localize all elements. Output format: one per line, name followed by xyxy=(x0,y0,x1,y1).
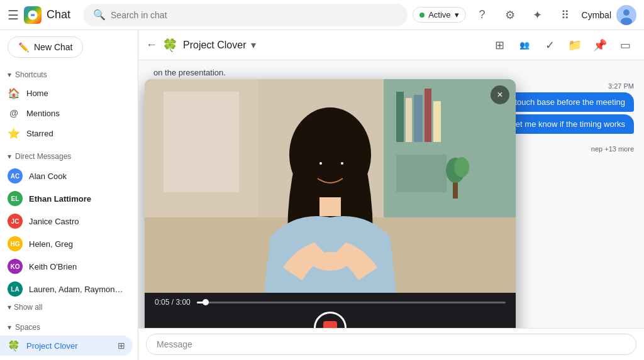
alan-avatar: AC xyxy=(8,168,23,183)
janice-label: Janice Castro xyxy=(29,217,125,226)
chat-title: Project Clover xyxy=(183,40,246,51)
back-button[interactable]: ← xyxy=(146,38,157,52)
chat-title-chevron[interactable]: ▾ xyxy=(251,39,256,51)
current-time: 0:05 / 3:00 xyxy=(155,298,191,307)
messages-container: on the presentation. 3:27 PM touch base … xyxy=(138,60,644,328)
apps-button[interactable]: ⠿ xyxy=(554,4,577,26)
chat-space-icon: 🍀 xyxy=(162,38,178,53)
svg-rect-8 xyxy=(414,95,423,142)
video-frame xyxy=(145,79,516,293)
header-actions: ⊞ 👥 ✓ 📁 📌 ▭ xyxy=(488,34,636,57)
clover-icon: 🍀 xyxy=(8,339,20,352)
helen-avatar: HG xyxy=(8,236,23,251)
svg-point-22 xyxy=(336,161,345,167)
new-chat-button[interactable]: ✏️ New Chat xyxy=(8,36,83,58)
progress-row: 0:05 / 3:00 xyxy=(155,298,506,307)
keith-label: Keith O'Brien xyxy=(29,262,125,271)
sidebar-item-global-sales[interactable]: 🌐 Global Sales xyxy=(0,356,133,360)
app-title: Chat xyxy=(47,8,70,21)
layout-button[interactable]: ▭ xyxy=(614,34,636,57)
home-label: Home xyxy=(26,89,125,98)
sidebar: ✏️ New Chat ▾ Shortcuts 🏠 Home @ Mention… xyxy=(0,30,138,360)
user-avatar[interactable] xyxy=(616,5,636,25)
new-chat-icon: ✏️ xyxy=(18,42,29,52)
chat-area: ← 🍀 Project Clover ▾ ⊞ 👥 ✓ 📁 📌 ▭ on the … xyxy=(138,30,644,360)
svg-rect-7 xyxy=(406,98,412,142)
sidebar-item-ethan[interactable]: EL Ethan Lattimore xyxy=(0,187,133,210)
settings-button[interactable]: ⚙ xyxy=(499,4,521,26)
pin-button[interactable]: 📌 xyxy=(589,34,611,57)
chat-input-placeholder[interactable]: Message xyxy=(146,334,636,355)
spaces-header[interactable]: ▾ Spaces xyxy=(0,319,138,335)
svg-point-20 xyxy=(311,252,349,271)
chevron-icon-dm: ▾ xyxy=(8,152,11,161)
sidebar-item-janice[interactable]: JC Janice Castro xyxy=(0,210,133,232)
sidebar-item-lauren[interactable]: LA Lauren, Adam, Raymond, Christian xyxy=(0,278,133,300)
chevron-icon: ▾ xyxy=(8,70,11,79)
home-icon: 🏠 xyxy=(8,87,20,99)
search-input[interactable] xyxy=(111,10,397,20)
mentions-label: Mentions xyxy=(26,109,125,118)
google-chat-logo xyxy=(24,6,42,24)
wave-decoration xyxy=(506,139,631,143)
active-label: Active xyxy=(428,10,450,19)
sidebar-item-starred[interactable]: ⭐ Starred xyxy=(0,123,133,143)
message-bubble-2: Let me know if the timing works xyxy=(502,114,634,134)
direct-messages-header[interactable]: ▾ Direct Messages xyxy=(0,148,138,165)
svg-rect-16 xyxy=(164,92,239,192)
video-overlay: × 0:05 / 3:00 xyxy=(145,79,516,328)
shortcuts-header[interactable]: ▾ Shortcuts xyxy=(0,67,138,83)
folder-button[interactable]: 📁 xyxy=(564,34,586,57)
stop-icon xyxy=(323,321,337,328)
sidebar-item-project-clover[interactable]: 🍀 Project Clover ⊞ xyxy=(0,335,133,356)
ethan-avatar: EL xyxy=(8,191,23,206)
shortcuts-section: ▾ Shortcuts 🏠 Home @ Mentions ⭐ Starred xyxy=(0,64,138,146)
keith-avatar: KO xyxy=(8,259,23,274)
dm-show-all[interactable]: ▾ Show all xyxy=(0,300,138,314)
dm-show-all-label: Show all xyxy=(14,303,42,312)
add-button[interactable]: ✦ xyxy=(526,4,549,26)
new-chat-label: New Chat xyxy=(34,42,72,52)
lauren-label: Lauren, Adam, Raymond, Christian xyxy=(29,285,125,294)
time-label: 3:27 PM xyxy=(608,82,634,90)
chat-input-area: Message xyxy=(138,328,644,360)
shortcuts-label: Shortcuts xyxy=(15,70,47,79)
threads-button[interactable]: ⊞ xyxy=(488,34,511,57)
members-button[interactable]: 👥 xyxy=(513,34,536,57)
svg-point-2 xyxy=(621,18,632,25)
space-actions-icon[interactable]: ⊞ xyxy=(118,341,125,351)
star-icon: ⭐ xyxy=(8,127,20,139)
video-close-button[interactable]: × xyxy=(491,85,509,104)
partial-message: on the presentation. xyxy=(148,68,634,77)
top-bar: ☰ Chat 🔍 Active ▾ ? ⚙ ✦ ⠿ Cymbal xyxy=(0,0,644,30)
help-button[interactable]: ? xyxy=(471,4,494,26)
progress-bar[interactable] xyxy=(197,302,506,303)
sidebar-item-alan[interactable]: AC Alan Cook xyxy=(0,165,133,187)
lauren-avatar: LA xyxy=(8,281,23,297)
active-status-badge[interactable]: Active ▾ xyxy=(413,7,465,23)
svg-rect-10 xyxy=(433,101,441,142)
spaces-section: ▾ Spaces 🍀 Project Clover ⊞ 🌐 Global Sal… xyxy=(0,317,138,360)
video-wrapper: × xyxy=(145,79,516,293)
sidebar-item-mentions[interactable]: @ Mentions xyxy=(0,103,133,123)
svg-point-14 xyxy=(454,157,469,177)
check-button[interactable]: ✓ xyxy=(538,34,561,57)
menu-icon[interactable]: ☰ xyxy=(8,8,19,23)
main-layout: ✏️ New Chat ▾ Shortcuts 🏠 Home @ Mention… xyxy=(0,30,644,360)
sidebar-item-home[interactable]: 🏠 Home xyxy=(0,83,133,103)
svg-rect-9 xyxy=(425,89,431,142)
close-icon: × xyxy=(497,89,502,101)
chevron-icon-spaces: ▾ xyxy=(8,323,11,332)
stop-button[interactable] xyxy=(314,312,347,328)
video-controls: 0:05 / 3:00 xyxy=(145,293,516,328)
svg-rect-19 xyxy=(319,197,341,216)
sidebar-item-helen[interactable]: HG Helen, Greg xyxy=(0,232,133,255)
sidebar-item-keith[interactable]: KO Keith O'Brien xyxy=(0,255,133,278)
janice-avatar: JC xyxy=(8,214,23,229)
search-bar[interactable]: 🔍 xyxy=(83,4,408,26)
progress-thumb xyxy=(203,299,209,305)
user-name: Cymbal xyxy=(582,10,611,20)
svg-point-24 xyxy=(341,162,343,165)
starred-label: Starred xyxy=(26,129,125,138)
active-dot xyxy=(419,13,425,18)
